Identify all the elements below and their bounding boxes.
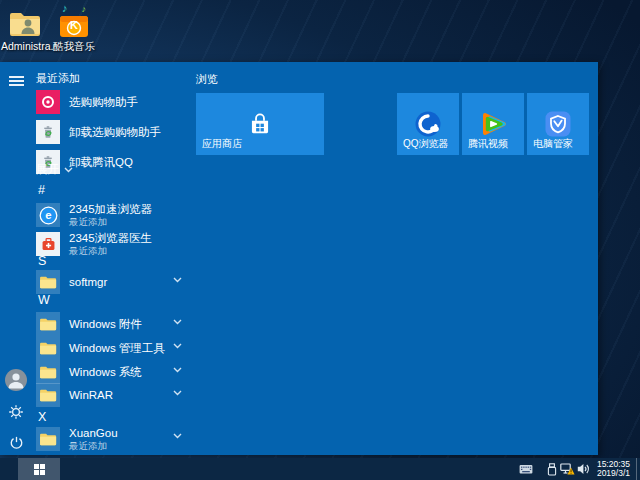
music-note-icon: ♪ xyxy=(82,4,87,14)
folder-icon xyxy=(36,312,60,336)
start-menu-panel: 最近添加 选购购物助手 卸载选购购物助手 xyxy=(0,62,598,455)
app-sublabel: 最近添加 xyxy=(69,440,118,451)
app-label: 2345加速浏览器 xyxy=(69,203,152,216)
tile-label: 电脑管家 xyxy=(533,137,573,151)
hamburger-icon xyxy=(9,74,24,88)
tile-label: QQ浏览器 xyxy=(403,137,449,151)
section-letter-s[interactable]: S xyxy=(38,254,46,268)
settings-button[interactable] xyxy=(0,399,32,429)
show-desktop-button[interactable] xyxy=(636,458,640,480)
desktop-icon-label: Administra... xyxy=(1,41,49,52)
2345-doctor-icon xyxy=(36,232,60,256)
folder-label: XuanGou xyxy=(69,427,118,440)
tile-tencent-video[interactable]: 腾讯视频 xyxy=(462,93,524,155)
windows-logo-icon xyxy=(34,464,45,475)
folder-label: WinRAR xyxy=(69,389,113,401)
folder-row-xuangou[interactable]: XuanGou 最近添加 xyxy=(36,425,184,453)
app-label: 2345浏览器医生 xyxy=(69,232,152,245)
folder-row-windows-accessories[interactable]: Windows 附件 xyxy=(36,311,184,337)
app-row-2345-browser[interactable]: e 2345加速浏览器 最近添加 xyxy=(36,201,184,229)
folder-icon xyxy=(36,383,60,407)
tile-pc-manager[interactable]: 电脑管家 xyxy=(527,93,589,155)
music-note-icon: ♪ xyxy=(62,2,68,14)
kuwo-k-glyph: K xyxy=(59,19,89,31)
usb-device-icon[interactable] xyxy=(547,458,557,480)
folder-label: Windows 管理工具 xyxy=(69,341,165,356)
avatar xyxy=(5,369,27,391)
folder-label: softmgr xyxy=(69,276,107,288)
tile-microsoft-store[interactable]: 应用商店 xyxy=(196,93,324,155)
folder-icon xyxy=(36,360,60,384)
section-letter-hash[interactable]: # xyxy=(38,183,45,197)
chevron-down-icon xyxy=(64,167,73,173)
taskbar: 15:20:35 2019/3/1 xyxy=(0,458,640,480)
app-sublabel: 最近添加 xyxy=(69,216,152,227)
app-row-shopping-assistant[interactable]: 选购购物助手 xyxy=(36,89,184,115)
chevron-down-icon xyxy=(173,367,182,373)
uninstall-trash-icon xyxy=(36,120,60,144)
app-label: 选购购物助手 xyxy=(69,95,138,110)
gear-icon xyxy=(8,404,24,424)
desktop-icon-administrator[interactable]: Administra... xyxy=(1,6,49,52)
folder-row-winrar[interactable]: WinRAR xyxy=(36,382,184,408)
user-folder-icon xyxy=(1,6,49,38)
folder-icon xyxy=(36,270,60,294)
tile-label: 应用商店 xyxy=(202,137,242,151)
2345-browser-icon: e xyxy=(36,203,60,227)
tile-group-label[interactable]: 浏览 xyxy=(196,72,218,87)
folder-icon xyxy=(36,427,60,451)
network-warning-icon[interactable] xyxy=(560,458,575,480)
tile-label: 腾讯视频 xyxy=(468,137,508,151)
app-row-uninstall-assistant[interactable]: 卸载选购购物助手 xyxy=(36,119,184,145)
folder-label: Windows 系统 xyxy=(69,365,142,380)
app-label: 卸载选购购物助手 xyxy=(69,125,161,140)
section-letter-w[interactable]: W xyxy=(38,293,50,307)
taskbar-clock[interactable]: 15:20:35 2019/3/1 xyxy=(584,460,630,478)
kuwo-music-icon: ♪ ♪ K xyxy=(50,6,98,38)
hamburger-menu-button[interactable] xyxy=(0,66,32,96)
expand-toggle[interactable]: 展开 xyxy=(36,162,73,177)
chevron-down-icon xyxy=(173,390,182,396)
svg-text:e: e xyxy=(45,209,51,221)
recently-added-header: 最近添加 xyxy=(36,71,80,86)
power-icon xyxy=(9,435,24,454)
app-label: 卸载腾讯QQ xyxy=(69,155,133,170)
chevron-down-icon xyxy=(173,433,182,439)
expand-label: 展开 xyxy=(36,162,59,177)
desktop-icon-kuwo-music[interactable]: ♪ ♪ K 酷我音乐 xyxy=(50,6,98,52)
start-button[interactable] xyxy=(18,458,60,480)
tile-qq-browser[interactable]: QQ浏览器 xyxy=(397,93,459,155)
clock-date: 2019/3/1 xyxy=(584,469,630,478)
chevron-down-icon xyxy=(173,277,182,283)
folder-label: Windows 附件 xyxy=(69,317,142,332)
chevron-down-icon xyxy=(173,343,182,349)
folder-icon xyxy=(36,336,60,360)
touch-keyboard-icon[interactable] xyxy=(519,458,533,480)
user-account-button[interactable] xyxy=(0,365,32,395)
section-letter-x[interactable]: X xyxy=(38,410,46,424)
xuangou-assistant-icon xyxy=(36,90,60,114)
chevron-down-icon xyxy=(173,319,182,325)
folder-row-windows-admin-tools[interactable]: Windows 管理工具 xyxy=(36,335,184,361)
desktop-icon-label: 酷我音乐 xyxy=(50,41,98,52)
app-sublabel: 最近添加 xyxy=(69,245,152,256)
app-row-2345-doctor[interactable]: 2345浏览器医生 最近添加 xyxy=(36,230,184,258)
folder-row-softmgr[interactable]: softmgr xyxy=(36,269,184,295)
power-button[interactable] xyxy=(0,429,32,459)
